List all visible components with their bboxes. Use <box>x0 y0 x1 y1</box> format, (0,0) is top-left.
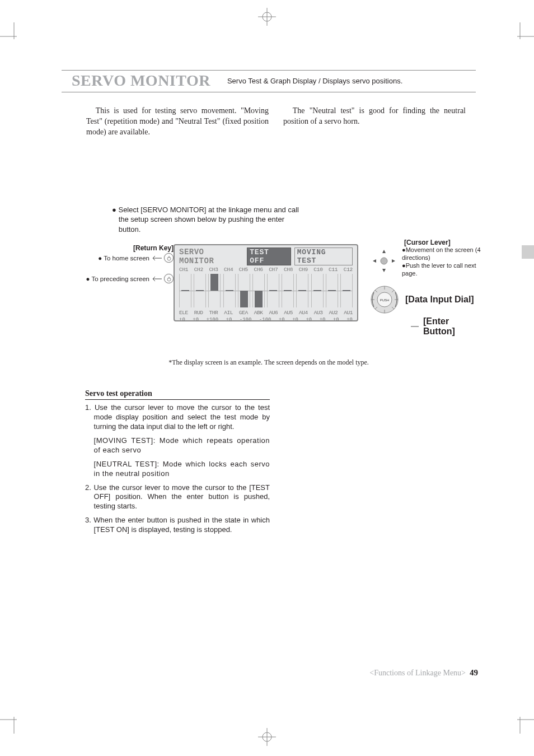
crop-mark-top-right <box>512 22 534 45</box>
footer-section: <Functions of Linkage Menu> <box>369 669 466 677</box>
lcd-value-row: +0+0+100+0-100-100+0+0+0+0+0+0 <box>179 317 353 323</box>
dial-icon: PUSH <box>369 284 400 315</box>
page-number: 49 <box>470 668 478 677</box>
lcd-channel-row: CH1CH2CH3CH4CH5CH6CH7CH8CH9C10C11C12 <box>179 267 353 273</box>
servo-test-operation: Servo test operation 1. Use the cursor l… <box>85 389 270 535</box>
crop-mark-top-left <box>0 22 22 45</box>
bar-slot <box>179 274 191 307</box>
intro-right: The "Neutral test" is good for finding t… <box>283 106 466 138</box>
arrow-left-icon <box>152 276 162 282</box>
dial-label: [Data Input Dial] <box>405 295 474 304</box>
power-icon <box>164 253 174 263</box>
cursor-lever-icon <box>369 246 399 276</box>
svg-point-4 <box>381 258 387 264</box>
section-title: SERVO MONITOR <box>62 72 227 90</box>
lcd-screen: SERVO MONITOR TEST OFF MOVING TEST CH1CH… <box>174 244 358 321</box>
side-tab <box>522 245 534 259</box>
section-header: SERVO MONITOR Servo Test & Graph Display… <box>62 70 476 92</box>
ops-heading: Servo test operation <box>85 389 270 400</box>
bar-slot <box>267 274 279 307</box>
bar-slot <box>252 274 265 307</box>
svg-text:PUSH: PUSH <box>380 298 390 302</box>
cursor-lever-annotation: [Cursor Lever] ●Movement on the screen (… <box>369 239 481 277</box>
bar-slot <box>282 274 294 307</box>
line-icon <box>411 326 419 327</box>
cursor-text-1: ●Movement on the screen (4 directions) <box>402 246 481 262</box>
return-key-heading: [Return Key] <box>133 244 174 252</box>
return-key-preceding-label: To preceding screen <box>91 276 149 282</box>
bar-slot <box>223 274 236 307</box>
crop-mark-bottom-right <box>512 711 534 734</box>
return-key-annotation: [Return Key] ● To home screen ● To prece… <box>84 244 174 283</box>
lcd-mode-box: MOVING TEST <box>294 248 353 265</box>
registration-mark-bottom <box>256 726 278 750</box>
select-instruction: ● Select [SERVO MONITOR] at the linkage … <box>112 205 302 235</box>
bar-slot <box>296 274 308 307</box>
crop-mark-bottom-left <box>0 711 22 734</box>
enter-button-annotation: [Enter Button] <box>411 316 476 337</box>
arrow-left-icon <box>152 255 162 262</box>
footnote: *The display screen is an example. The s… <box>62 358 476 367</box>
screen-diagram: [Return Key] ● To home screen ● To prece… <box>62 244 476 351</box>
bar-slot <box>238 274 250 307</box>
bar-slot <box>311 274 324 307</box>
cursor-text-2: ●Push the lever to call next page. <box>402 262 481 278</box>
ops-step-1: 1. Use the cursor lever to move the curs… <box>85 403 270 432</box>
lcd-title: SERVO MONITOR <box>179 248 243 265</box>
bar-slot <box>326 274 338 307</box>
data-input-dial-annotation: PUSH [Data Input Dial] <box>369 284 474 315</box>
ops-step-2: 2. Use the cursor lever to move the curs… <box>85 483 270 512</box>
ops-step-3: 3. When the enter button is pushed in th… <box>85 516 270 535</box>
intro-paragraphs: This is used for testing servo movement.… <box>86 106 476 138</box>
registration-mark-top <box>256 6 278 30</box>
lcd-test-badge: TEST OFF <box>247 248 291 265</box>
bar-slot <box>340 274 353 307</box>
page-footer: <Functions of Linkage Menu> 49 <box>369 668 478 678</box>
ops-step-1b: [NEUTRAL TEST]: Mode which locks each se… <box>85 460 270 479</box>
lcd-label-row: ELERUDTHRAILGEAABKAU6AU5AU4AU3AU2AU1 <box>179 310 353 316</box>
section-subtitle: Servo Test & Graph Display / Displays se… <box>227 77 402 85</box>
bar-slot <box>194 274 206 307</box>
power-icon <box>164 274 174 283</box>
lcd-bar-chart <box>179 274 353 307</box>
enter-button-label: [Enter Button] <box>423 316 476 337</box>
bar-slot <box>208 274 221 307</box>
cursor-lever-heading: [Cursor Lever] <box>404 239 451 246</box>
return-key-home-label: To home screen <box>104 255 149 262</box>
ops-step-1a: [MOVING TEST]: Mode which repeats operat… <box>85 436 270 455</box>
intro-left: This is used for testing servo movement.… <box>86 106 269 138</box>
